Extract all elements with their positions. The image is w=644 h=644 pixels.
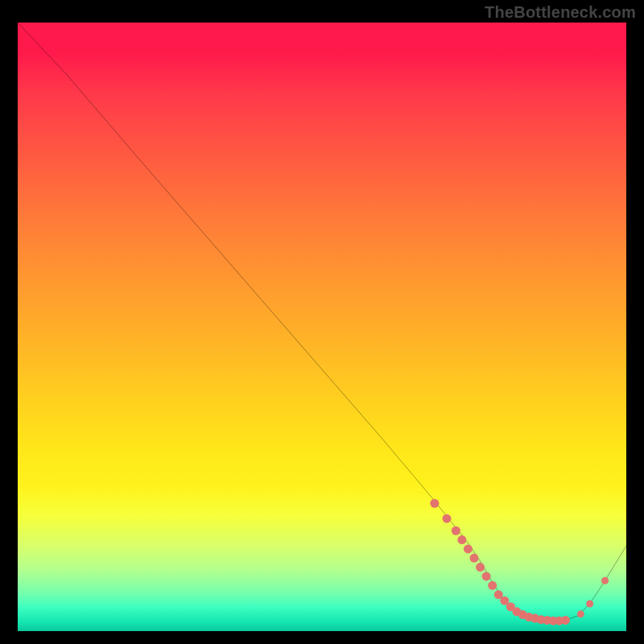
chart-stage: TheBottleneck.com <box>0 0 644 644</box>
dot <box>561 616 570 625</box>
dot <box>457 535 466 544</box>
dot <box>601 577 609 584</box>
dot <box>482 572 491 580</box>
dot <box>442 514 451 523</box>
dot <box>476 563 485 572</box>
watermark-text: TheBottleneck.com <box>485 3 636 22</box>
plot-area <box>18 23 626 631</box>
bottleneck-curve <box>18 23 626 621</box>
dot <box>586 600 593 607</box>
dot <box>577 610 584 617</box>
dot <box>488 581 497 590</box>
dot <box>430 499 439 508</box>
dot <box>469 554 478 563</box>
dot <box>452 526 460 535</box>
highlight-dots <box>430 499 609 625</box>
dot <box>464 544 473 553</box>
curve-svg <box>18 23 626 631</box>
